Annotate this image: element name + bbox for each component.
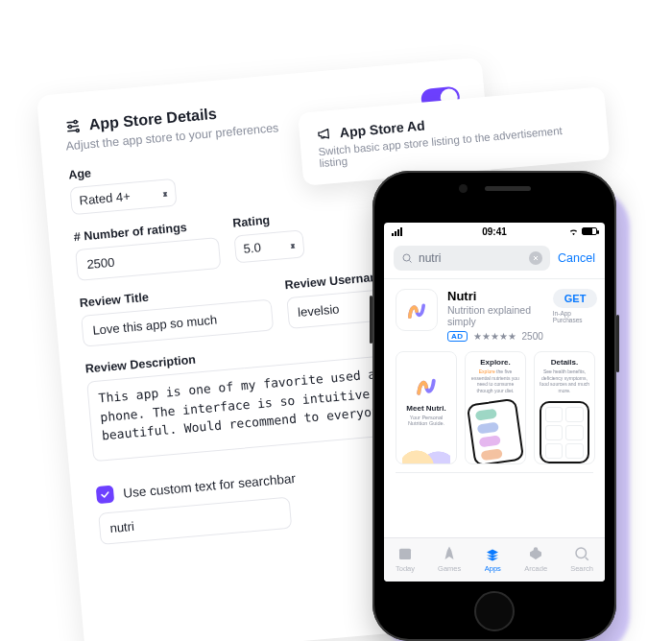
screenshot-3: Details. See health benefits, deficiency… [534, 351, 595, 464]
app-icon [396, 289, 438, 331]
phone-frame: 09:41 nutri Cancel [372, 171, 616, 641]
rating-value: 5.0 [243, 240, 261, 256]
age-stepper[interactable]: Rated 4+ ▴▾ [69, 178, 177, 215]
sliders-icon [63, 117, 83, 136]
tab-games[interactable]: Games [438, 545, 461, 573]
screenshot-1: Meet Nutri. Your Personal Nutrition Guid… [396, 351, 457, 464]
custom-searchbar-input[interactable] [98, 497, 292, 545]
svg-point-0 [74, 120, 77, 123]
camera-icon [459, 184, 468, 193]
ratings-count: 2500 [522, 331, 543, 342]
shot1-title: Meet Nutri. [406, 404, 445, 413]
get-button[interactable]: GET [553, 289, 598, 308]
shot3-title: Details. [539, 358, 590, 367]
custom-searchbar-label: Use custom text for searchbar [123, 471, 297, 501]
app-tagline: Nutrition explained simply [447, 304, 543, 327]
rating-stepper[interactable]: 5.0 ▴▾ [233, 229, 304, 263]
shot1-sub: Your Personal Nutrition Guide. [402, 415, 450, 426]
tab-today[interactable]: Today [396, 545, 415, 573]
signal-indicator [392, 223, 402, 240]
megaphone-icon [316, 126, 332, 142]
phone-hardware [372, 184, 616, 193]
clear-search-button[interactable] [529, 251, 542, 265]
cellular-icon [392, 227, 402, 236]
search-icon [401, 252, 413, 264]
tab-search-label: Search [570, 564, 593, 573]
app-result[interactable]: Nutri Nutrition explained simply AD ★★★★… [384, 279, 605, 342]
search-text: nutri [419, 251, 441, 265]
iap-label: In-App Purchases [553, 310, 598, 323]
tab-games-label: Games [438, 564, 461, 573]
tab-apps[interactable]: Apps [484, 545, 501, 573]
cancel-button[interactable]: Cancel [558, 251, 595, 265]
review-title-field: Review Title [79, 280, 273, 347]
star-rating: ★★★★★ [473, 331, 516, 342]
svg-point-3 [403, 254, 410, 261]
tab-arcade[interactable]: Arcade [524, 545, 547, 573]
custom-searchbar-checkbox[interactable] [96, 486, 115, 505]
wifi-icon [568, 227, 579, 235]
screenshot-2: Explore. Explore the five essential nutr… [465, 351, 526, 464]
ratings-count-input[interactable] [75, 237, 221, 281]
svg-rect-5 [399, 549, 411, 552]
home-button[interactable] [474, 591, 515, 631]
app-store-search-row: nutri Cancel [384, 240, 605, 279]
tab-search[interactable]: Search [570, 545, 593, 573]
tab-today-label: Today [396, 564, 415, 573]
battery-icon [582, 227, 597, 235]
separator [396, 472, 593, 473]
speaker-icon [485, 186, 531, 191]
tab-apps-label: Apps [485, 564, 501, 573]
tab-arcade-label: Arcade [524, 564, 547, 573]
age-value: Rated 4+ [79, 189, 131, 208]
status-bar: 09:41 [384, 223, 605, 240]
rating-field: Rating 5.0 ▴▾ [232, 210, 305, 267]
rating-label: Rating [232, 210, 302, 229]
app-name: Nutri [447, 289, 543, 303]
status-time: 09:41 [482, 226, 507, 237]
ad-badge: AD [447, 331, 468, 342]
search-input[interactable]: nutri [394, 246, 550, 271]
phone-screen: 09:41 nutri Cancel [384, 223, 605, 582]
shot2-title: Explore. [469, 358, 521, 367]
svg-point-1 [68, 125, 71, 128]
screenshots-row[interactable]: Meet Nutri. Your Personal Nutrition Guid… [384, 342, 605, 472]
svg-point-6 [576, 548, 587, 558]
tab-bar: Today Games Apps Arcade Search [384, 537, 605, 582]
ratings-count-field: # Number of ratings [73, 218, 221, 281]
shot2-sub-pre: Explore [479, 368, 495, 374]
shot3-sub: See health benefits, deficiency symptoms… [539, 368, 590, 393]
